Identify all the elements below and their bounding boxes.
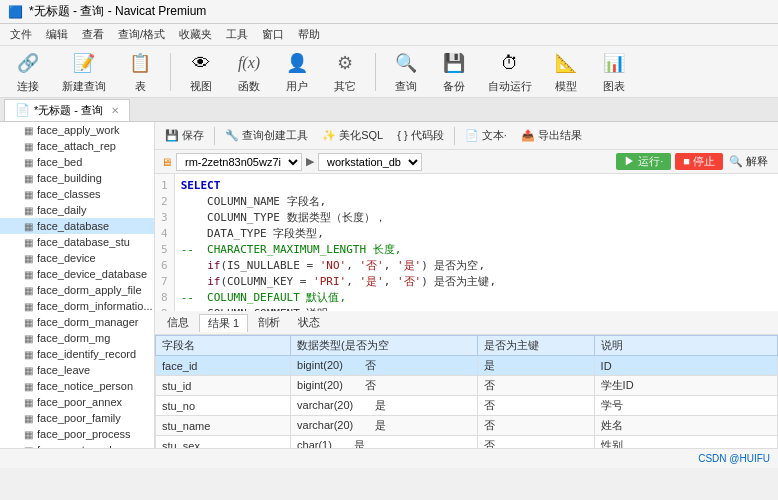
- connection-select[interactable]: rm-2zetn83n05wz7i: [176, 153, 302, 171]
- tab-info[interactable]: 信息: [159, 314, 197, 331]
- database-select[interactable]: workstation_db: [318, 153, 422, 171]
- text-button[interactable]: 📄 文本·: [461, 127, 511, 144]
- sidebar-item-face-bed[interactable]: ▦ face_bed: [0, 154, 154, 170]
- tab-status[interactable]: 状态: [290, 314, 328, 331]
- cell-type: varchar(20) 是: [291, 416, 478, 436]
- conn-bar: 🖥 rm-2zetn83n05wz7i ▶ workstation_db ▶ 运…: [155, 150, 778, 174]
- sidebar-item-face-identify-record[interactable]: ▦ face_identify_record: [0, 346, 154, 362]
- other-icon: ⚙: [331, 49, 359, 77]
- sidebar-item-face-leave[interactable]: ▦ face_leave: [0, 362, 154, 378]
- code-snippet-button[interactable]: { } 代码段: [393, 127, 447, 144]
- table-row[interactable]: face_id bigint(20) 否 是 ID: [156, 356, 778, 376]
- sidebar-item-face-poor-annex[interactable]: ▦ face_poor_annex: [0, 394, 154, 410]
- query-toolbar: 💾 保存 🔧 查询创建工具 ✨ 美化SQL { } 代码段 📄 文本· 📤 导出…: [155, 122, 778, 150]
- table-row[interactable]: stu_id bigint(20) 否 否 学生ID: [156, 376, 778, 396]
- table-small-icon: ▦: [24, 269, 33, 280]
- sidebar-item-face-classes[interactable]: ▦ face_classes: [0, 186, 154, 202]
- table-small-icon: ▦: [24, 205, 33, 216]
- col-header-comment: 说明: [594, 336, 777, 356]
- beautify-sql-button[interactable]: ✨ 美化SQL: [318, 127, 387, 144]
- sidebar-item-face-poor-process[interactable]: ▦ face_poor_process: [0, 426, 154, 442]
- query-icon: 🔍: [392, 49, 420, 77]
- menu-window[interactable]: 窗口: [256, 25, 290, 44]
- save-button[interactable]: 💾 保存: [161, 127, 208, 144]
- cell-field: stu_name: [156, 416, 291, 436]
- sidebar-item-face-database[interactable]: ▦ face_database: [0, 218, 154, 234]
- function-button[interactable]: f(x) 函数: [229, 47, 269, 96]
- conn-icon: 🖥: [161, 156, 172, 168]
- sidebar-item-face-device-database[interactable]: ▦ face_device_database: [0, 266, 154, 282]
- sidebar-item-face-notice-person[interactable]: ▦ face_notice_person: [0, 378, 154, 394]
- toolbar-sep-1: [170, 53, 171, 91]
- sidebar-item-face-daily[interactable]: ▦ face_daily: [0, 202, 154, 218]
- cell-type: bigint(20) 否: [291, 356, 478, 376]
- backup-button[interactable]: 💾 备份: [434, 47, 474, 96]
- stop-button[interactable]: ■ 停止: [675, 153, 723, 170]
- connect-label: 连接: [17, 79, 39, 94]
- title-bar: 🟦 *无标题 - 查询 - Navicat Premium: [0, 0, 778, 24]
- table-small-icon: ▦: [24, 381, 33, 392]
- model-icon: 📐: [552, 49, 580, 77]
- table-row[interactable]: stu_no varchar(20) 是 否 学号: [156, 396, 778, 416]
- backup-label: 备份: [443, 79, 465, 94]
- sidebar-item-face-dorm-mg[interactable]: ▦ face_dorm_mg: [0, 330, 154, 346]
- sidebar-item-face-building[interactable]: ▦ face_building: [0, 170, 154, 186]
- run-button[interactable]: ▶ 运行·: [616, 153, 671, 170]
- query-builder-button[interactable]: 🔧 查询创建工具: [221, 127, 312, 144]
- view-icon: 👁: [187, 49, 215, 77]
- table-small-icon: ▦: [24, 141, 33, 152]
- view-button[interactable]: 👁 视图: [181, 47, 221, 96]
- menu-view[interactable]: 查看: [76, 25, 110, 44]
- autorun-button[interactable]: ⏱ 自动运行: [482, 47, 538, 96]
- sidebar-item-face-device[interactable]: ▦ face_device: [0, 250, 154, 266]
- chart-icon: 📊: [600, 49, 628, 77]
- sidebar-item-face-dorm-information[interactable]: ▦ face_dorm_informatio...: [0, 298, 154, 314]
- cell-primary: 否: [477, 416, 594, 436]
- table-small-icon: ▦: [24, 253, 33, 264]
- export-result-button[interactable]: 📤 导出结果: [517, 127, 586, 144]
- table-button[interactable]: 📋 表: [120, 47, 160, 96]
- cell-primary: 是: [477, 356, 594, 376]
- menu-query-format[interactable]: 查询/格式: [112, 25, 171, 44]
- sql-content[interactable]: SELECT COLUMN_NAME 字段名, COLUMN_TYPE 数据类型…: [175, 174, 778, 311]
- sidebar-item-face-dorm-manager[interactable]: ▦ face_dorm_manager: [0, 314, 154, 330]
- status-bar: CSDN @HUIFU: [0, 448, 778, 468]
- menu-file[interactable]: 文件: [4, 25, 38, 44]
- sidebar-item-face-apply-work[interactable]: ▦ face_apply_work: [0, 122, 154, 138]
- autorun-icon: ⏱: [496, 49, 524, 77]
- sidebar-item-face-poor-family[interactable]: ▦ face_poor_family: [0, 410, 154, 426]
- new-query-button[interactable]: 📝 新建查询: [56, 47, 112, 96]
- tab-profiling[interactable]: 剖析: [250, 314, 288, 331]
- query-label: 查询: [395, 79, 417, 94]
- sidebar-item-face-dorm-apply-file[interactable]: ▦ face_dorm_apply_file: [0, 282, 154, 298]
- sidebar-item-face-database-stu[interactable]: ▦ face_database_stu: [0, 234, 154, 250]
- sidebar-item-face-attach-rep[interactable]: ▦ face_attach_rep: [0, 138, 154, 154]
- autorun-label: 自动运行: [488, 79, 532, 94]
- sidebar: ▦ face_apply_work ▦ face_attach_rep ▦ fa…: [0, 122, 155, 448]
- table-small-icon: ▦: [24, 445, 33, 449]
- user-label: 用户: [286, 79, 308, 94]
- query-button[interactable]: 🔍 查询: [386, 47, 426, 96]
- sidebar-item-face-post-apply[interactable]: ▦ face_post_apply: [0, 442, 154, 448]
- title-text: *无标题 - 查询 - Navicat Premium: [29, 3, 206, 20]
- menu-favorites[interactable]: 收藏夹: [173, 25, 218, 44]
- menu-help[interactable]: 帮助: [292, 25, 326, 44]
- menu-edit[interactable]: 编辑: [40, 25, 74, 44]
- tab-result1[interactable]: 结果 1: [199, 314, 248, 332]
- other-button[interactable]: ⚙ 其它: [325, 47, 365, 96]
- tab-close-icon[interactable]: ✕: [111, 105, 119, 116]
- query-tab[interactable]: 📄 *无标题 - 查询 ✕: [4, 99, 130, 121]
- user-button[interactable]: 👤 用户: [277, 47, 317, 96]
- explain-button[interactable]: 🔍 解释: [725, 153, 772, 170]
- backup-icon: 💾: [440, 49, 468, 77]
- connect-icon: 🔗: [14, 49, 42, 77]
- sql-editor: 1 2 3 4 5 6 7 8 9 SELECT COLUMN_NAME 字段名…: [155, 174, 778, 311]
- chart-button[interactable]: 📊 图表: [594, 47, 634, 96]
- table-row[interactable]: stu_name varchar(20) 是 否 姓名: [156, 416, 778, 436]
- model-button[interactable]: 📐 模型: [546, 47, 586, 96]
- connect-button[interactable]: 🔗 连接: [8, 47, 48, 96]
- menu-tools[interactable]: 工具: [220, 25, 254, 44]
- cell-comment: 姓名: [594, 416, 777, 436]
- function-icon: f(x): [235, 49, 263, 77]
- table-row[interactable]: stu_sex char(1) 是 否 性别: [156, 436, 778, 449]
